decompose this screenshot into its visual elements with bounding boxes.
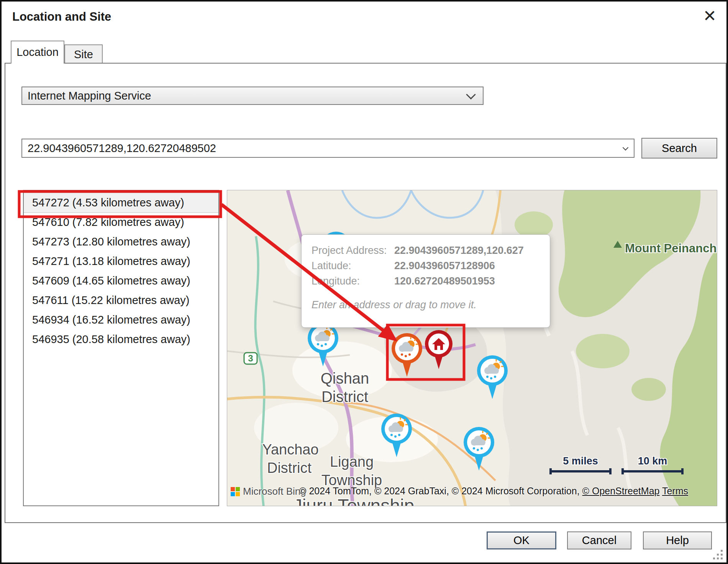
title-bar: Location and Site ✕ [2,2,726,31]
attribution-text: © 2024 TomTom, © 2024 GrabTaxi, © 2024 M… [299,486,582,496]
resize-grip[interactable] [712,549,723,560]
weather-station-item[interactable]: 547611 (15.22 kilometres away) [24,291,218,310]
weather-station-item[interactable]: 547610 (7.82 kilometres away) [24,213,218,232]
tooltip-address-label: Project Address: [312,245,394,260]
svg-text:3: 3 [248,353,253,363]
tooltip-latitude-value: 22.904396057128906 [394,260,495,275]
route-shield-3: 3 [244,353,257,364]
weather-station-item[interactable]: 546935 (20.58 kilometres away) [24,330,218,349]
scale-km-label: 10 km [638,455,667,467]
project-address-combo[interactable]: 22.9043960571289,120.62720489502 [21,139,635,158]
tooltip-hint: Enter an address or drag to move it. [312,299,550,311]
project-address-value: 22.9043960571289,120.62720489502 [28,142,216,154]
chevron-down-icon[interactable] [623,145,629,151]
map-label-ligang: Ligang [330,454,374,470]
map-label-jiuru-township: Jiuru Township [293,495,415,506]
weather-station-item[interactable]: 547271 (13.18 kilometres away) [24,252,218,271]
map-label-qishan-district: District [321,388,368,405]
cancel-button[interactable]: Cancel [567,531,631,549]
tooltip-longitude-value: 120.62720489501953 [394,275,495,291]
terms-link[interactable]: Terms [662,486,688,496]
tab-location[interactable]: Location [11,41,64,64]
weather-stations-list[interactable]: 547272 (4.53 kilometres away) 547610 (7.… [23,190,219,506]
map-label-yanchao: Yanchao [262,441,318,458]
map-label-qishan: Qishan [321,370,369,387]
tooltip-address-value: 22.9043960571289,120.627 [394,245,524,260]
weather-station-item[interactable]: 546934 (16.52 kilometres away) [24,310,218,330]
close-icon[interactable]: ✕ [703,7,717,25]
weather-station-item[interactable]: 547273 (12.80 kilometres away) [24,232,218,252]
define-location-select[interactable]: Internet Mapping Service [21,87,484,105]
tooltip-latitude-label: Latitude: [312,260,394,275]
tooltip-longitude-label: Longitude: [312,275,394,291]
openstreetmap-link[interactable]: © OpenStreetMap [582,486,660,496]
help-button[interactable]: Help [643,531,712,549]
dialog-title: Location and Site [12,10,111,24]
weather-station-item[interactable]: 547609 (14.65 kilometres away) [24,271,218,291]
search-button[interactable]: Search [641,138,717,159]
map-attribution: © 2024 TomTom, © 2024 GrabTaxi, © 2024 M… [270,486,688,497]
map-label-mount-peinanchu: Mount Peinanchu [625,242,717,255]
microsoft-logo-icon [231,487,240,496]
weather-station-item[interactable]: 547272 (4.53 kilometres away) [24,193,218,213]
project-location-tooltip: Project Address: 22.9043960571289,120.62… [301,234,550,328]
ok-button[interactable]: OK [487,531,556,549]
scale-miles-label: 5 miles [563,455,598,467]
location-and-site-dialog: Location and Site ✕ Location Site Define… [0,0,728,564]
chevron-down-icon[interactable] [466,90,475,99]
tab-site[interactable]: Site [64,44,103,64]
define-location-value: Internet Mapping Service [28,90,151,102]
map-label-yanchao-district: District [267,460,312,476]
